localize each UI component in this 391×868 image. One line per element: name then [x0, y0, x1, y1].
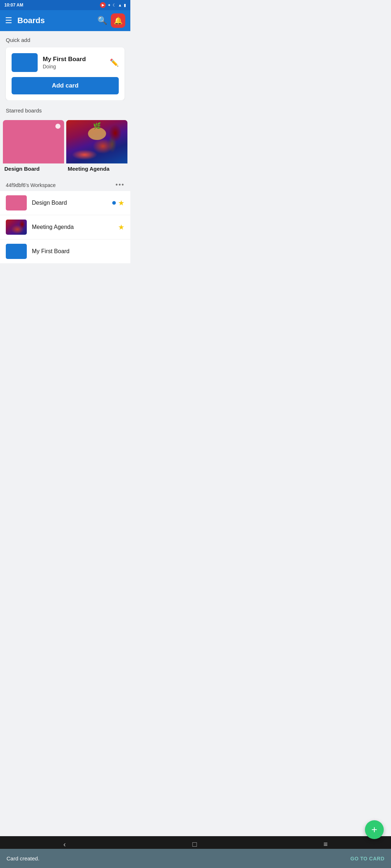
design-board-thumb — [3, 120, 64, 163]
workspace-board-list: Design Board ★ Meeting Agenda ★ My First… — [0, 191, 130, 263]
workspace-more-button[interactable]: ••• — [115, 181, 125, 189]
meeting-photo-bg: 🌿 — [66, 120, 127, 163]
design-board-card-name: Design Board — [3, 163, 64, 173]
header-right: 🔍 🔔 — [97, 13, 125, 28]
star-icon-meeting[interactable]: ★ — [118, 223, 125, 231]
status-time: 10:07 AM — [4, 3, 23, 8]
hamburger-menu-button[interactable]: ☰ — [5, 16, 12, 25]
meeting-board-card-name: Meeting Agenda — [66, 163, 127, 173]
rec-icon: ▶ — [100, 2, 106, 8]
quick-add-card: My First Board Doing ✏️ Add card — [6, 47, 125, 100]
blue-dot-icon — [112, 201, 116, 205]
quick-add-label: Quick add — [6, 37, 125, 43]
workspace-header: 44f9dbf6's Workspace ••• — [6, 181, 125, 189]
myfirst-list-thumb — [6, 244, 27, 259]
starred-boards-grid: Design Board 🌿 Meeting Agenda — [0, 116, 130, 176]
starred-boards-section: Starred boards — [0, 100, 130, 116]
meeting-board-thumb: 🌿 — [66, 120, 127, 163]
board-info: My First Board Doing — [43, 56, 86, 69]
board-preview-left: My First Board Doing — [12, 53, 86, 72]
page-title: Boards — [17, 16, 45, 25]
bluetooth-icon: ✦ — [108, 3, 111, 8]
wifi-icon: ▲ — [118, 3, 122, 7]
bell-icon: 🔔 — [114, 16, 123, 25]
meeting-list-thumb — [6, 220, 27, 235]
add-card-button[interactable]: Add card — [12, 77, 119, 94]
meeting-list-icons: ★ — [118, 223, 125, 231]
workspace-section: 44f9dbf6's Workspace ••• — [0, 176, 130, 189]
design-list-icons: ★ — [112, 199, 125, 207]
status-bar: 10:07 AM ▶ ✦ ☾ ▲ ▮ — [0, 0, 130, 10]
myfirst-list-name: My First Board — [32, 248, 125, 255]
starred-boards-label: Starred boards — [6, 107, 125, 114]
list-item-meeting[interactable]: Meeting Agenda ★ — [0, 215, 130, 239]
board-dot-indicator — [55, 124, 60, 129]
notifications-button[interactable]: 🔔 — [111, 13, 125, 28]
list-item-myfirst[interactable]: My First Board — [0, 239, 130, 263]
workspace-name: 44f9dbf6's Workspace — [6, 182, 56, 188]
status-icons: ▶ ✦ ☾ ▲ ▮ — [100, 2, 126, 8]
board-thumbnail — [12, 53, 38, 72]
star-icon-design[interactable]: ★ — [118, 199, 125, 207]
starred-board-design[interactable]: Design Board — [3, 120, 64, 173]
moon-icon: ☾ — [113, 3, 116, 8]
board-list-name: Doing — [43, 64, 86, 69]
meeting-list-name: Meeting Agenda — [32, 224, 118, 230]
design-list-thumb — [6, 195, 27, 210]
board-name: My First Board — [43, 56, 86, 63]
quick-add-section: Quick add My First Board Doing ✏️ Add ca… — [0, 31, 130, 100]
edit-board-button[interactable]: ✏️ — [110, 58, 119, 67]
main-content: Quick add My First Board Doing ✏️ Add ca… — [0, 31, 130, 263]
search-button[interactable]: 🔍 — [97, 16, 107, 25]
list-item-design[interactable]: Design Board ★ — [0, 191, 130, 215]
board-preview-row: My First Board Doing ✏️ — [12, 53, 119, 72]
header-left: ☰ Boards — [5, 16, 45, 25]
starred-board-meeting[interactable]: 🌿 Meeting Agenda — [66, 120, 127, 173]
battery-icon: ▮ — [124, 3, 126, 8]
app-header: ☰ Boards 🔍 🔔 — [0, 10, 130, 31]
design-list-name: Design Board — [32, 200, 112, 206]
plant-decoration: 🌿 — [93, 122, 101, 130]
